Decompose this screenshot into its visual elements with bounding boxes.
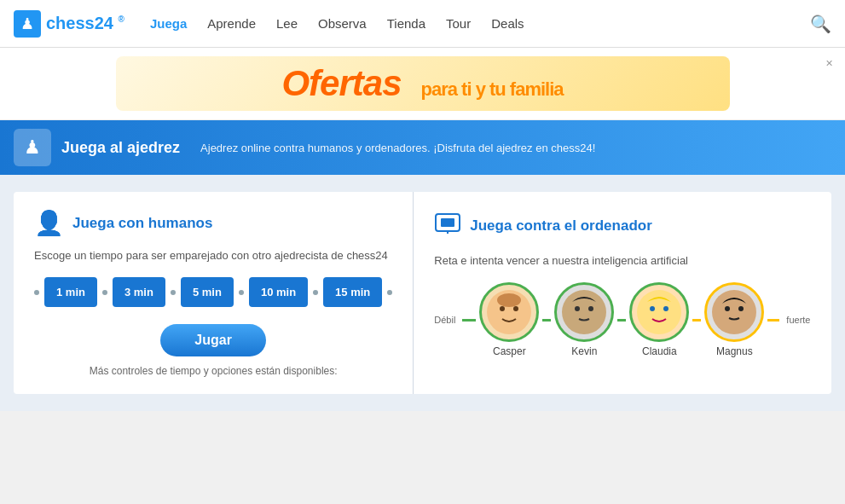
svg-point-9	[575, 306, 580, 311]
time-dot-4	[313, 290, 318, 295]
svg-point-8	[562, 290, 606, 334]
chess-board-icon: ♟	[24, 136, 41, 159]
section-title: Juega al ajedrez	[61, 139, 180, 157]
time-line-end	[387, 290, 392, 295]
svg-point-14	[712, 290, 756, 334]
ad-banner-content[interactable]: Ofertas para ti y tu familia	[116, 56, 730, 111]
svg-point-15	[725, 306, 730, 311]
svg-rect-1	[441, 218, 454, 227]
play-computer-description: Reta e intenta vencer a nuestra intelige…	[434, 254, 813, 267]
ad-banner: Ofertas para ti y tu familia ✕	[0, 48, 845, 120]
logo-text-accent: 24	[95, 14, 113, 32]
svg-point-6	[513, 306, 518, 311]
difficulty-weak-label: Débil	[434, 315, 455, 325]
svg-point-16	[738, 306, 744, 311]
ad-main-text: Ofertas	[281, 63, 401, 103]
ad-sub-text: para ti y tu familia	[421, 78, 564, 100]
diff-line-4	[767, 319, 779, 322]
time-btn-10min[interactable]: 10 min	[249, 277, 308, 307]
svg-point-5	[500, 306, 505, 311]
logo-text: chess24 ®	[46, 14, 124, 33]
svg-point-13	[663, 306, 668, 311]
play-computer-title-row: Juega contra el ordenador	[434, 209, 813, 242]
nav-item-aprende[interactable]: Aprende	[207, 16, 256, 31]
time-dot-1	[102, 290, 107, 295]
logo[interactable]: ♟ chess24 ®	[14, 10, 124, 38]
nav-item-tour[interactable]: Tour	[446, 16, 471, 31]
play-button[interactable]: Jugar	[160, 324, 266, 356]
diff-line-1	[542, 319, 551, 322]
opponent-magnus-name: Magnus	[716, 345, 753, 357]
section-header: ♟ Juega al ajedrez Ajedrez online contra…	[0, 120, 845, 175]
avatar-casper	[479, 282, 539, 342]
kevin-face	[560, 288, 608, 336]
nav-item-lee[interactable]: Lee	[276, 16, 298, 31]
cpu-svg-icon	[434, 209, 461, 236]
human-icon: 👤	[34, 209, 64, 237]
play-computer-title: Juega contra el ordenador	[470, 217, 652, 235]
more-options-text: Más controles de tiempo y opciones están…	[34, 365, 392, 377]
diff-line-pre	[462, 319, 476, 322]
opponent-kevin-name: Kevin	[571, 345, 597, 357]
svg-point-11	[637, 290, 681, 334]
computer-icon	[434, 209, 461, 242]
svg-point-7	[497, 293, 521, 307]
play-grid: 👤 Juega con humanos Escoge un tiempo par…	[14, 192, 831, 394]
diff-line-2	[617, 319, 626, 322]
time-line-start	[34, 290, 39, 295]
play-humans-description: Escoge un tiempo para ser emparejado con…	[34, 249, 392, 262]
logo-text-normal: chess	[46, 14, 95, 32]
opponent-kevin[interactable]: Kevin	[554, 282, 614, 357]
play-humans-title: Juega con humanos	[72, 215, 212, 232]
time-btn-3min[interactable]: 3 min	[113, 277, 165, 307]
nav-item-tienda[interactable]: Tienda	[387, 16, 425, 31]
claudia-face	[635, 288, 683, 336]
main-nav: Juega Aprende Lee Observa Tienda Tour De…	[150, 16, 810, 31]
section-icon: ♟	[14, 129, 51, 166]
play-humans-title-row: 👤 Juega con humanos	[34, 209, 392, 237]
nav-item-observa[interactable]: Observa	[318, 16, 367, 31]
play-humans-col: 👤 Juega con humanos Escoge un tiempo par…	[14, 192, 414, 394]
section-description: Ajedrez online contra humanos y ordenado…	[200, 142, 595, 154]
time-dot-2	[171, 290, 176, 295]
time-btn-15min[interactable]: 15 min	[323, 277, 382, 307]
logo-icon: ♟	[14, 10, 41, 38]
time-btn-5min[interactable]: 5 min	[181, 277, 234, 307]
play-computer-col: Juega contra el ordenador Reta e intenta…	[414, 192, 831, 394]
opponent-casper[interactable]: Casper	[479, 282, 539, 357]
nav-item-juega[interactable]: Juega	[150, 16, 187, 31]
avatar-kevin	[554, 282, 614, 342]
nav-item-deals[interactable]: Deals	[491, 16, 524, 31]
opponent-magnus[interactable]: Magnus	[704, 282, 764, 357]
time-btn-1min[interactable]: 1 min	[44, 277, 97, 307]
time-buttons-row: 1 min 3 min 5 min 10 min 15 min	[34, 277, 392, 307]
opponent-claudia-name: Claudia	[642, 345, 677, 357]
search-button[interactable]: 🔍	[810, 14, 831, 34]
time-dot-3	[239, 290, 244, 295]
casper-face	[485, 288, 533, 336]
header: ♟ chess24 ® Juega Aprende Lee Observa Ti…	[0, 0, 845, 48]
difficulty-strong-label: fuerte	[786, 315, 810, 325]
opponent-casper-name: Casper	[493, 345, 526, 357]
opponents-row: Débil Casper	[434, 282, 813, 357]
avatar-magnus	[704, 282, 764, 342]
avatar-claudia	[629, 282, 689, 342]
ad-close-button[interactable]: ✕	[825, 58, 833, 69]
chess-icon: ♟	[20, 14, 34, 33]
magnus-face	[710, 288, 758, 336]
svg-point-12	[650, 306, 655, 311]
opponent-claudia[interactable]: Claudia	[629, 282, 689, 357]
diff-line-3	[692, 319, 701, 322]
svg-point-10	[588, 306, 593, 311]
main-content: 👤 Juega con humanos Escoge un tiempo par…	[0, 175, 845, 411]
